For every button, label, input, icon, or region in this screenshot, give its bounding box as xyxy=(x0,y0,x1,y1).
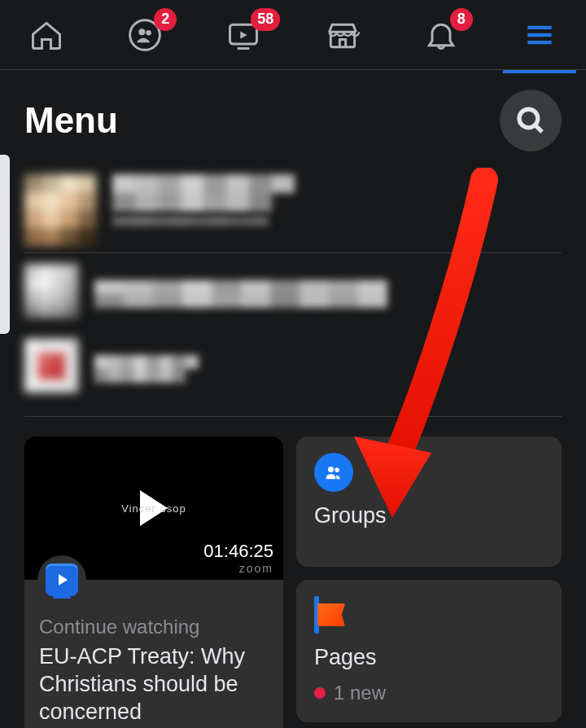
pages-card[interactable]: Pages 1 new xyxy=(296,580,562,722)
pages-label: Pages xyxy=(314,645,544,670)
menu-header: Menu xyxy=(24,90,562,151)
search-icon xyxy=(514,103,548,138)
nav-marketplace[interactable] xyxy=(321,13,365,57)
friends-badge: 2 xyxy=(154,8,177,31)
svg-point-1 xyxy=(138,29,145,35)
account-name-redacted xyxy=(94,355,225,383)
nav-friends[interactable]: 2 xyxy=(123,13,167,57)
avatar xyxy=(24,339,78,393)
account-row[interactable] xyxy=(24,253,562,328)
video-duration: 01:46:25 zoom xyxy=(203,541,273,575)
account-row[interactable] xyxy=(24,174,562,253)
section-divider xyxy=(24,416,562,417)
search-button[interactable] xyxy=(500,90,562,151)
page-title: Menu xyxy=(24,100,118,141)
account-name-redacted xyxy=(112,174,340,212)
video-overlay-text: Vincer osop xyxy=(121,502,186,515)
nav-watch[interactable]: 58 xyxy=(221,13,265,57)
avatar xyxy=(24,264,78,318)
pages-icon xyxy=(314,596,544,634)
menu-cards: Vincer osop 01:46:25 zoom Continue watch… xyxy=(24,436,562,728)
hamburger-icon xyxy=(522,17,558,53)
account-sub-redacted xyxy=(112,217,308,235)
nav-home[interactable] xyxy=(24,13,68,57)
video-source-caption: zoom xyxy=(203,562,273,575)
pages-subtitle: 1 new xyxy=(314,682,544,704)
marketplace-icon xyxy=(325,17,361,53)
menu-content: Menu xyxy=(0,70,586,728)
continue-watching-label: Continue watching xyxy=(39,616,269,638)
groups-icon xyxy=(314,453,353,492)
account-name-redacted xyxy=(94,280,387,308)
home-icon xyxy=(28,17,64,53)
watch-badge: 58 xyxy=(251,8,280,31)
watch-badge xyxy=(37,555,86,604)
video-duration-value: 01:46:25 xyxy=(203,541,273,562)
notifications-badge: 8 xyxy=(450,8,473,31)
pages-sub-text: 1 new xyxy=(334,682,386,704)
svg-point-4 xyxy=(519,109,538,128)
svg-point-2 xyxy=(146,29,151,35)
video-title: EU-ACP Treaty: Why Christians should be … xyxy=(39,643,269,726)
account-row[interactable] xyxy=(24,328,562,403)
svg-point-6 xyxy=(335,467,339,472)
nav-menu[interactable] xyxy=(518,13,562,57)
groups-card[interactable]: Groups xyxy=(296,436,562,567)
nav-notifications[interactable]: 8 xyxy=(419,13,463,57)
top-nav: 2 58 8 xyxy=(0,0,586,70)
svg-point-5 xyxy=(328,467,334,472)
watch-tv-icon xyxy=(46,564,78,596)
video-thumbnail[interactable]: Vincer osop 01:46:25 zoom xyxy=(24,436,283,580)
groups-label: Groups xyxy=(314,503,544,528)
avatar xyxy=(24,174,96,246)
accounts-list xyxy=(24,174,562,403)
new-dot-icon xyxy=(314,687,326,699)
video-card[interactable]: Vincer osop 01:46:25 zoom Continue watch… xyxy=(24,436,283,728)
